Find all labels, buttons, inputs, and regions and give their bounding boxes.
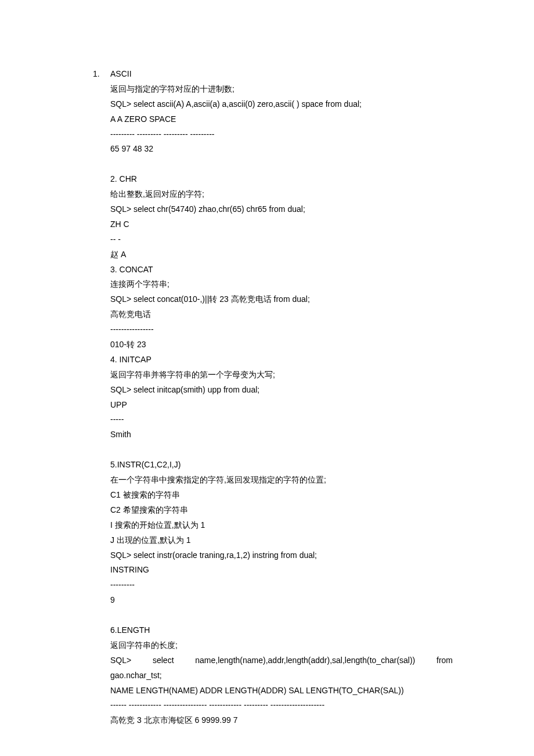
initcap-result-header: UPP bbox=[110, 398, 453, 413]
length-title: 6.LENGTH bbox=[110, 623, 453, 638]
section-title: ASCII bbox=[110, 67, 453, 82]
initcap-sql: SQL> select initcap(smith) upp from dual… bbox=[110, 383, 453, 398]
length-sql-line2: gao.nchar_tst; bbox=[110, 668, 453, 683]
section-ascii-heading: 1. ASCII bbox=[93, 67, 453, 82]
blank-line bbox=[110, 608, 453, 623]
list-number: 1. bbox=[93, 67, 110, 82]
instr-param-c2: C2 希望搜索的字符串 bbox=[110, 503, 453, 518]
chr-result-row: 赵 A bbox=[110, 247, 453, 262]
concat-title: 3. CONCAT bbox=[110, 262, 453, 278]
chr-sql: SQL> select chr(54740) zhao,chr(65) chr6… bbox=[110, 202, 453, 217]
chr-separator: -- - bbox=[110, 232, 453, 247]
length-result-header: NAME LENGTH(NAME) ADDR LENGTH(ADDR) SAL … bbox=[110, 683, 453, 699]
chr-desc: 给出整数,返回对应的字符; bbox=[110, 187, 453, 202]
length-sql-line1: SQL> select name,length(name),addr,lengt… bbox=[110, 653, 453, 668]
length-desc: 返回字符串的长度; bbox=[110, 638, 453, 653]
concat-sql: SQL> select concat(010-,)||转 23 高乾竞电话 fr… bbox=[110, 292, 453, 307]
ascii-desc: 返回与指定的字符对应的十进制数; bbox=[110, 82, 453, 97]
chr-result-header: ZH C bbox=[110, 217, 453, 232]
length-sql-token: name,length(name),addr,length(addr),sal,… bbox=[195, 656, 415, 665]
length-sql-token: SQL> bbox=[110, 656, 131, 665]
concat-result-header: 高乾竞电话 bbox=[110, 307, 453, 322]
instr-param-i: I 搜索的开始位置,默认为 1 bbox=[110, 518, 453, 533]
instr-desc: 在一个字符串中搜索指定的字符,返回发现指定的字符的位置; bbox=[110, 473, 453, 488]
length-sql-token: from bbox=[436, 656, 453, 665]
ascii-sql: SQL> select ascii(A) A,ascii(a) a,ascii(… bbox=[110, 97, 453, 112]
document-body: 返回与指定的字符对应的十进制数; SQL> select ascii(A) A,… bbox=[110, 82, 453, 728]
instr-title: 5.INSTR(C1,C2,I,J) bbox=[110, 458, 453, 473]
length-sql-token: select bbox=[153, 656, 174, 665]
instr-param-j: J 出现的位置,默认为 1 bbox=[110, 533, 453, 548]
ascii-result-header: A A ZERO SPACE bbox=[110, 112, 453, 127]
chr-title: 2. CHR bbox=[110, 172, 453, 187]
concat-separator: ---------------- bbox=[110, 322, 453, 337]
ascii-result-row: 65 97 48 32 bbox=[110, 142, 453, 157]
instr-separator: --------- bbox=[110, 578, 453, 593]
ascii-separator: --------- --------- --------- --------- bbox=[110, 127, 453, 142]
initcap-title: 4. INITCAP bbox=[110, 352, 453, 368]
initcap-result-row: Smith bbox=[110, 427, 453, 442]
instr-result-header: INSTRING bbox=[110, 563, 453, 578]
document-page: 1. ASCII 返回与指定的字符对应的十进制数; SQL> select as… bbox=[0, 0, 534, 756]
blank-line bbox=[110, 442, 453, 458]
initcap-desc: 返回字符串并将字符串的第一个字母变为大写; bbox=[110, 368, 453, 383]
concat-desc: 连接两个字符串; bbox=[110, 277, 453, 292]
length-result-row: 高乾竞 3 北京市海锭区 6 9999.99 7 bbox=[110, 713, 453, 728]
instr-sql: SQL> select instr(oracle traning,ra,1,2)… bbox=[110, 548, 453, 563]
concat-result-row: 010-转 23 bbox=[110, 337, 453, 352]
blank-line bbox=[110, 157, 453, 172]
instr-result-row: 9 bbox=[110, 593, 453, 608]
initcap-separator: ----- bbox=[110, 412, 453, 427]
instr-param-c1: C1 被搜索的字符串 bbox=[110, 488, 453, 503]
length-separator: ------ ------------ ---------------- ---… bbox=[110, 698, 453, 713]
